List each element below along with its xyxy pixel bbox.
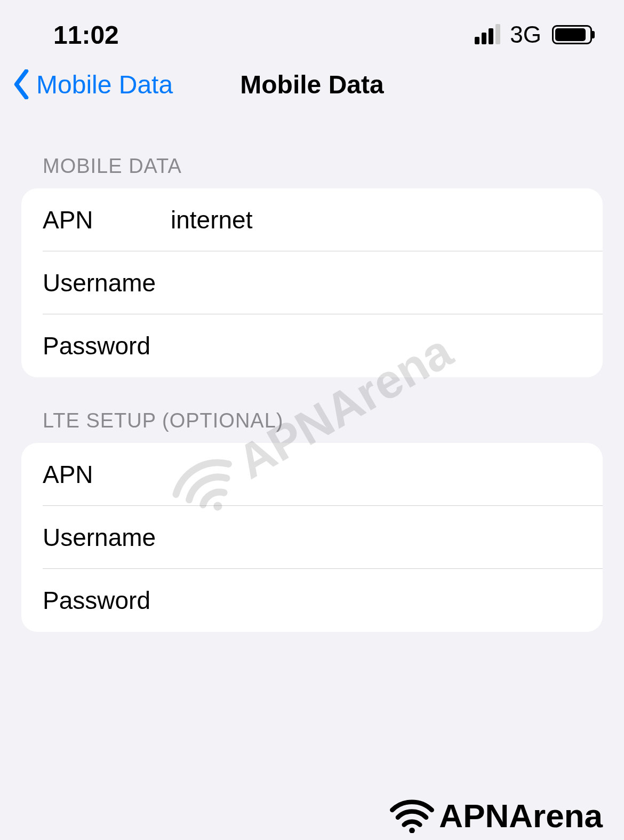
status-bar: 11:02 3G xyxy=(0,0,624,59)
apn-row[interactable]: APN xyxy=(21,188,603,251)
lte-username-row[interactable]: Username xyxy=(21,506,603,569)
nav-bar: Mobile Data Mobile Data xyxy=(0,59,624,123)
lte-password-input[interactable] xyxy=(171,586,581,615)
back-button[interactable]: Mobile Data xyxy=(12,69,173,99)
wifi-icon xyxy=(389,798,435,833)
lte-username-label: Username xyxy=(43,523,171,552)
status-right: 3G xyxy=(475,21,592,48)
mobile-data-header: MOBILE DATA xyxy=(0,155,624,188)
lte-apn-label: APN xyxy=(43,460,171,489)
chevron-left-icon xyxy=(12,69,31,99)
lte-password-row[interactable]: Password xyxy=(21,569,603,632)
battery-icon xyxy=(552,25,592,44)
lte-apn-input[interactable] xyxy=(171,460,581,489)
lte-setup-section: LTE SETUP (OPTIONAL) APN Username Passwo… xyxy=(0,409,624,632)
signal-icon xyxy=(475,25,500,44)
svg-point-1 xyxy=(410,828,415,833)
mobile-data-section: MOBILE DATA APN Username Password xyxy=(0,155,624,377)
lte-setup-group: APN Username Password xyxy=(21,443,603,632)
watermark-bottom: APNArena xyxy=(389,797,603,835)
network-type: 3G xyxy=(510,21,541,48)
username-input[interactable] xyxy=(171,268,581,297)
lte-apn-row[interactable]: APN xyxy=(21,443,603,506)
apn-input[interactable] xyxy=(171,205,581,234)
username-label: Username xyxy=(43,268,171,297)
password-row[interactable]: Password xyxy=(21,314,603,377)
lte-setup-header: LTE SETUP (OPTIONAL) xyxy=(0,409,624,443)
mobile-data-group: APN Username Password xyxy=(21,188,603,377)
password-input[interactable] xyxy=(171,331,581,360)
apn-label: APN xyxy=(43,205,171,234)
watermark-bottom-text: APNArena xyxy=(439,797,603,835)
page-title: Mobile Data xyxy=(240,70,383,99)
username-row[interactable]: Username xyxy=(21,251,603,314)
password-label: Password xyxy=(43,331,171,360)
lte-password-label: Password xyxy=(43,586,171,615)
back-label: Mobile Data xyxy=(36,70,173,99)
status-time: 11:02 xyxy=(53,20,119,50)
lte-username-input[interactable] xyxy=(171,523,581,552)
